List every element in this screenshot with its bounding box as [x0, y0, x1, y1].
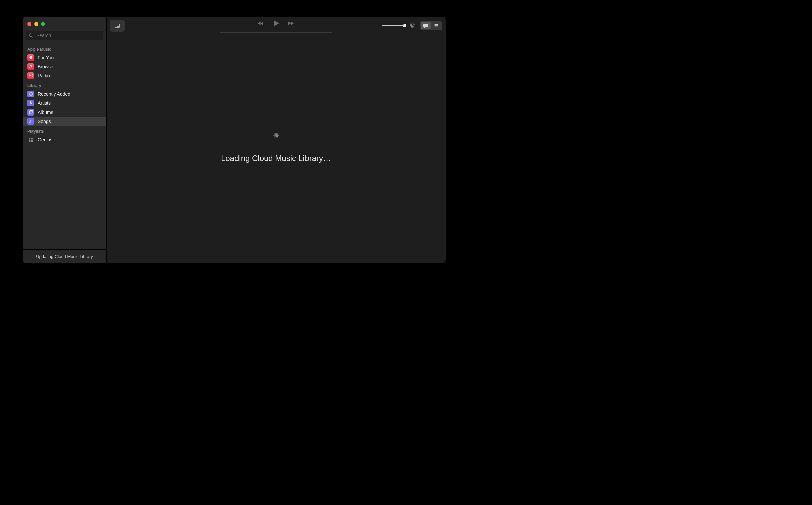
sidebar-item-artists[interactable]: Artists [23, 98, 106, 107]
svg-point-0 [29, 34, 32, 37]
svg-rect-9 [31, 140, 33, 141]
music-app-window: Apple Music For You Browse Radio Library [23, 17, 446, 263]
clock-icon [27, 91, 34, 97]
queue-view-button[interactable] [431, 22, 442, 29]
svg-point-25 [434, 24, 434, 25]
section-header-library: Library [23, 80, 106, 89]
airplay-button[interactable] [409, 22, 415, 29]
minimize-window-button[interactable] [34, 22, 38, 26]
scrub-bar[interactable] [220, 32, 332, 33]
sidebar-item-recently-added[interactable]: Recently Added [23, 89, 106, 98]
svg-rect-6 [29, 138, 30, 139]
svg-rect-8 [29, 140, 30, 141]
loading-text: Loading Cloud Music Library… [221, 154, 331, 163]
pip-icon [114, 23, 120, 29]
main-area: " [107, 17, 446, 263]
sidebar-item-songs[interactable]: Songs [23, 117, 106, 126]
svg-marker-14 [274, 20, 279, 26]
fast-forward-icon [287, 21, 295, 26]
svg-marker-12 [261, 22, 263, 25]
sidebar-item-label: Radio [38, 73, 50, 78]
rewind-icon [257, 21, 265, 26]
svg-marker-16 [291, 22, 294, 25]
svg-marker-13 [258, 22, 260, 25]
play-icon [272, 19, 280, 27]
next-track-button[interactable] [287, 21, 295, 27]
heart-icon [27, 54, 34, 61]
svg-point-26 [434, 25, 434, 26]
previous-track-button[interactable] [257, 21, 265, 27]
loading-spinner-icon [271, 135, 281, 146]
sidebar-item-label: Genius [38, 137, 52, 142]
radio-icon [27, 72, 34, 79]
svg-point-2 [30, 75, 31, 76]
sidebar-item-label: Artists [38, 100, 51, 106]
sidebar: Apple Music For You Browse Radio Library [23, 17, 107, 263]
close-window-button[interactable] [27, 22, 31, 26]
svg-point-18 [411, 24, 413, 26]
genius-grid-icon [27, 136, 34, 143]
svg-text:": " [425, 24, 426, 26]
albums-icon [27, 109, 34, 116]
sidebar-status-text: Updating Cloud Music Library [23, 249, 106, 263]
sidebar-item-label: Browse [38, 64, 53, 69]
toolbar: " [107, 17, 446, 35]
sidebar-item-label: Recently Added [38, 91, 70, 97]
play-button[interactable] [272, 19, 280, 29]
airplay-icon [409, 22, 415, 28]
sidebar-item-albums[interactable]: Albums [23, 107, 106, 117]
sidebar-item-genius[interactable]: Genius [23, 135, 106, 144]
search-input[interactable] [26, 31, 103, 40]
svg-marker-15 [288, 22, 291, 25]
fullscreen-window-button[interactable] [41, 22, 45, 26]
content-area: Loading Cloud Music Library… [107, 35, 446, 263]
lyrics-view-button[interactable]: " [421, 22, 431, 29]
sidebar-item-radio[interactable]: Radio [23, 71, 106, 80]
volume-slider[interactable] [382, 25, 405, 26]
search-icon [29, 33, 33, 38]
svg-line-1 [32, 36, 33, 38]
microphone-icon [27, 100, 34, 106]
section-header-playlists: Playlists [23, 126, 106, 135]
speech-bubble-icon: " [423, 23, 428, 28]
window-controls [23, 17, 106, 29]
mini-player-button[interactable] [110, 20, 125, 32]
song-note-icon [27, 118, 34, 125]
sidebar-item-label: For You [38, 55, 54, 60]
svg-point-27 [434, 27, 434, 27]
view-mode-toggle: " [420, 21, 442, 30]
music-note-icon [27, 63, 34, 70]
playback-controls [257, 19, 295, 29]
sidebar-item-for-you[interactable]: For You [23, 53, 106, 62]
svg-rect-7 [31, 138, 33, 139]
svg-rect-11 [117, 26, 119, 27]
sidebar-item-label: Albums [38, 110, 53, 115]
svg-rect-5 [29, 111, 32, 114]
sidebar-item-label: Songs [38, 119, 51, 124]
sidebar-item-browse[interactable]: Browse [23, 62, 106, 71]
svg-rect-4 [30, 101, 31, 103]
list-icon [434, 23, 439, 28]
section-header-apple-music: Apple Music [23, 44, 106, 53]
